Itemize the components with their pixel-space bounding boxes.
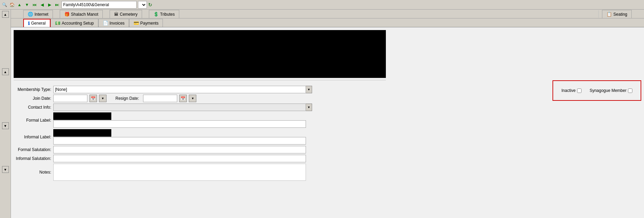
home-icon[interactable]: 🏠 [9, 2, 15, 8]
path-text: Family\A45100\&General [63, 2, 109, 7]
tab-payments-label: Payments [140, 21, 158, 26]
contact-info-label: Contact Info: [14, 105, 51, 110]
tab-internet[interactable]: 🌐 Internet [23, 10, 53, 18]
first-icon[interactable]: ⏮ [31, 2, 38, 8]
resign-date-dropdown[interactable]: ▼ [189, 95, 196, 102]
tab-shalach-manot-label: Shalach Manot [71, 12, 98, 17]
formal-salutation-input[interactable] [53, 146, 306, 153]
photo-area [14, 30, 386, 78]
tab-cemetery-label: Cemetery [120, 12, 138, 17]
cemetery-icon: 🏛 [114, 12, 118, 17]
formal-label-input[interactable] [53, 120, 306, 128]
tab-internet-label: Internet [34, 12, 48, 17]
membership-type-label: Membership Type: [14, 87, 51, 92]
main-content: Inactive Synagogue Member Membership Typ… [11, 27, 644, 218]
tab-cemetery[interactable]: 🏛 Cemetery [110, 10, 142, 18]
membership-type-row: Membership Type: ▼ [14, 86, 641, 93]
contact-info-row: Contact Info: ▼ [14, 104, 641, 111]
informal-label-black-box [53, 129, 111, 137]
contact-info-select-container: ▼ [53, 104, 312, 111]
path-dropdown[interactable] [138, 1, 147, 9]
synagogue-member-group: Synagogue Member [590, 88, 632, 93]
tab-general[interactable]: ℹ General [23, 19, 51, 27]
tab-invoices[interactable]: 📄 Invoices [98, 19, 129, 27]
tab-accounting-setup-label: Accounting Setup [62, 21, 94, 26]
next-icon[interactable]: ▶ [46, 2, 53, 8]
scroll-down-button-3[interactable]: ▼ [2, 166, 9, 173]
shalach-manot-icon: 🎁 [64, 12, 70, 17]
tab-general-label: General [31, 21, 46, 26]
toolbar: 🔍 🏠 ▲ ▼ ⏮ ◀ ▶ ⏭ Family\A45100\&General ↻ [0, 0, 644, 10]
informal-label-label: Informal Label: [14, 135, 51, 139]
form-area: Inactive Synagogue Member Membership Typ… [11, 80, 644, 181]
formal-label-black-box [53, 112, 111, 120]
contact-info-input[interactable] [53, 104, 306, 111]
membership-type-dropdown-arrow[interactable]: ▼ [306, 86, 312, 93]
tab-payments[interactable]: 💳 Payments [129, 19, 163, 27]
informal-label-row: Informal Label: [14, 129, 641, 145]
dates-row: Join Date: 📅 ▼ Resign Date: 📅 ▼ [14, 95, 641, 102]
join-date-dropdown[interactable]: ▼ [99, 95, 107, 102]
join-date-calendar-icon[interactable]: 📅 [89, 95, 97, 102]
tabs-row-1: 🌐 Internet 🎁 Shalach Manot 🏛 Cemetery 💲 … [11, 10, 644, 18]
scroll-up-button[interactable]: ▲ [2, 11, 9, 18]
refresh-icon[interactable]: ↻ [148, 2, 152, 8]
inactive-checkbox[interactable] [577, 88, 582, 93]
scroll-down-button-1[interactable]: ▲ [2, 68, 9, 75]
accounting-icon: 💵 [55, 21, 60, 26]
tab-separator [598, 10, 599, 18]
scroll-down-button-2[interactable]: ▼ [2, 122, 9, 129]
tab-tributes-label: Tributes [160, 12, 175, 17]
tributes-icon: 💲 [153, 12, 159, 17]
resign-date-calendar-icon[interactable]: 📅 [179, 95, 187, 102]
general-icon: ℹ [28, 21, 30, 26]
formal-label-label: Formal Label: [14, 118, 51, 123]
path-bar: Family\A45100\&General [61, 1, 137, 9]
prev-icon[interactable]: ◀ [39, 2, 45, 8]
tab-seating[interactable]: 📋 Seating [602, 10, 632, 18]
up-arrow-icon[interactable]: ▲ [16, 2, 23, 8]
search-icon[interactable]: 🔍 [1, 2, 8, 8]
contact-info-dropdown-arrow[interactable]: ▼ [306, 104, 312, 111]
inactive-group: Inactive [561, 88, 581, 93]
tab-shalach-manot[interactable]: 🎁 Shalach Manot [60, 10, 103, 18]
membership-type-select-container: ▼ [53, 86, 312, 93]
formal-salutation-label: Formal Salutation: [14, 147, 51, 152]
formal-salutation-row: Formal Salutation: [14, 146, 641, 153]
internet-icon: 🌐 [28, 12, 33, 17]
notes-label: Notes: [14, 170, 51, 175]
formal-label-row: Formal Label: [14, 112, 641, 128]
payments-icon: 💳 [134, 21, 139, 26]
join-date-input[interactable] [53, 95, 87, 102]
resign-date-input[interactable] [143, 95, 177, 102]
tabs-row-2: ℹ General 💵 Accounting Setup 📄 Invoices … [11, 18, 644, 27]
seating-icon: 📋 [606, 12, 612, 17]
right-panel: Inactive Synagogue Member [552, 80, 641, 101]
inactive-label: Inactive [561, 88, 575, 93]
tab-invoices-label: Invoices [110, 21, 125, 26]
invoices-icon: 📄 [103, 21, 108, 26]
notes-textarea[interactable] [53, 164, 306, 181]
tab-accounting-setup[interactable]: 💵 Accounting Setup [51, 19, 98, 27]
scroll-sidebar: ▲ ▲ ▼ ▼ [0, 10, 11, 218]
last-icon[interactable]: ⏭ [54, 2, 60, 8]
synagogue-member-checkbox[interactable] [628, 88, 632, 93]
join-date-label: Join Date: [14, 96, 51, 101]
informal-salutation-label: Informal Salutation: [14, 156, 51, 161]
synagogue-member-label: Synagogue Member [590, 88, 627, 93]
resign-date-label: Resign Date: [115, 96, 139, 101]
membership-type-input[interactable] [53, 86, 306, 93]
informal-salutation-row: Informal Salutation: [14, 155, 641, 162]
tab-seating-label: Seating [613, 12, 627, 17]
notes-row: Notes: [14, 164, 641, 181]
informal-label-input[interactable] [53, 137, 306, 145]
down-arrow-icon[interactable]: ▼ [24, 2, 30, 8]
tab-tributes[interactable]: 💲 Tributes [149, 10, 179, 18]
informal-salutation-input[interactable] [53, 155, 306, 162]
